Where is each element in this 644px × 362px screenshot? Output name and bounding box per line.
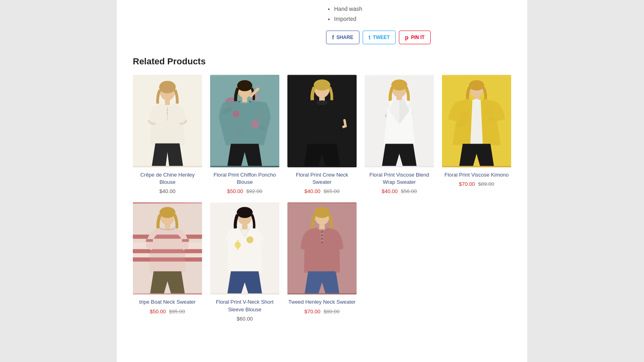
product-name-tweed-henley: Tweed Henley Neck Sweater xyxy=(289,298,356,306)
product-name-floral-crew-neck: Floral Print Crew Neck Sweater xyxy=(287,171,357,186)
svg-point-93 xyxy=(321,241,323,243)
svg-point-5 xyxy=(167,109,168,111)
svg-point-15 xyxy=(237,80,252,92)
product-image-floral-crew xyxy=(287,75,357,167)
svg-rect-78 xyxy=(242,224,248,229)
product-price-original-stripe: $95.00 xyxy=(169,309,185,315)
svg-point-2 xyxy=(159,81,175,93)
product-card-floral-vneck-short[interactable]: Floral Print V-Neck Short Sleeve Blouse … xyxy=(210,202,279,322)
product-name-stripe-boat-neck: tripe Boat Neck Sweater xyxy=(139,298,196,306)
svg-point-92 xyxy=(321,238,323,240)
svg-rect-88 xyxy=(319,224,325,229)
facebook-share-button[interactable]: f SHARE xyxy=(326,31,359,44)
product-price-original-floral-chiffon: $92.00 xyxy=(246,188,262,194)
svg-rect-69 xyxy=(182,239,189,242)
product-card-floral-viscose-kimono[interactable]: Floral Print Viscose Kimono $70.00 $89.0… xyxy=(442,75,511,194)
svg-point-56 xyxy=(469,80,484,91)
product-image-floral-kimono xyxy=(442,75,511,167)
product-price-sale-tweed-henley: $70.00 xyxy=(304,309,320,315)
svg-point-80 xyxy=(237,244,239,246)
related-products-section: Related Products xyxy=(133,56,511,321)
product-image-svg-2 xyxy=(210,75,279,167)
product-price-sale-floral-chiffon: $50.00 xyxy=(227,188,243,194)
empty-slot-2 xyxy=(442,202,511,322)
product-image-svg-7 xyxy=(210,202,279,294)
detail-hand-wash: Hand wash xyxy=(334,4,511,14)
twitter-share-button[interactable]: t TWEET xyxy=(363,31,396,44)
product-price-sale-floral-kimono: $70.00 xyxy=(459,181,475,187)
product-image-floral-wrap xyxy=(365,75,434,167)
product-details-list: Hand wash Imported xyxy=(326,4,511,24)
share-buttons-container: f SHARE t TWEET p PIN IT xyxy=(326,31,511,44)
product-price-sale-floral-wrap: $40.00 xyxy=(382,188,398,194)
product-card-floral-viscose-wrap[interactable]: Floral Print Viscose Blend Wrap Sweater … xyxy=(365,75,434,194)
product-pricing-crepe-henley: $40.00 xyxy=(159,188,175,194)
top-section: Hand wash Imported f SHARE t TWEET p PIN… xyxy=(133,0,511,52)
product-image-svg-5 xyxy=(442,75,511,167)
product-price-crepe-henley: $40.00 xyxy=(159,188,175,194)
twitter-share-label: TWEET xyxy=(373,35,390,40)
svg-point-84 xyxy=(237,246,239,250)
product-card-crepe-henley[interactable]: Crêpe de Chine Henley Blouse $40.00 xyxy=(133,75,202,194)
twitter-icon: t xyxy=(369,34,371,41)
pinterest-share-button[interactable]: p PIN IT xyxy=(399,31,431,44)
svg-point-87 xyxy=(314,207,330,218)
svg-point-18 xyxy=(251,120,259,129)
product-image-floral-chiffon xyxy=(210,75,279,167)
product-image-svg-8 xyxy=(287,202,357,294)
product-price-floral-vneck: $60.00 xyxy=(237,316,253,322)
detail-imported: Imported xyxy=(334,14,511,24)
svg-point-32 xyxy=(314,80,330,91)
product-card-floral-chiffon-poncho[interactable]: Floral Print Chiffon Poncho Blouse $50.0… xyxy=(210,75,279,194)
product-price-original-floral-wrap: $56.00 xyxy=(401,188,417,194)
svg-point-90 xyxy=(321,231,323,233)
product-price-original-tweed-henley: $80.00 xyxy=(324,309,340,315)
product-name-crepe-henley: Crêpe de Chine Henley Blouse xyxy=(133,171,202,186)
svg-point-6 xyxy=(167,113,168,114)
empty-slot-1 xyxy=(365,202,434,322)
product-pricing-stripe: $50.00 $95.00 xyxy=(150,309,185,315)
svg-rect-16 xyxy=(242,98,247,103)
product-image-crepe-henley xyxy=(133,75,202,167)
product-image-svg-3 xyxy=(287,75,357,167)
svg-rect-68 xyxy=(146,245,152,247)
product-price-sale-floral-crew: $40.00 xyxy=(304,188,320,194)
svg-point-65 xyxy=(159,207,175,218)
product-name-floral-viscose-wrap: Floral Print Viscose Blend Wrap Sweater xyxy=(365,171,434,186)
page-container: Hand wash Imported f SHARE t TWEET p PIN… xyxy=(117,0,527,362)
product-pricing-floral-wrap: $40.00 $56.00 xyxy=(382,188,417,194)
product-image-svg-6 xyxy=(133,202,202,294)
product-price-original-floral-crew: $65.00 xyxy=(324,188,340,194)
product-image-svg xyxy=(133,75,202,167)
products-row-1: Crêpe de Chine Henley Blouse $40.00 xyxy=(133,75,511,194)
product-price-sale-stripe: $50.00 xyxy=(150,309,166,315)
product-pricing-floral-crew: $40.00 $65.00 xyxy=(304,188,340,194)
product-name-floral-chiffon-poncho: Floral Print Chiffon Poncho Blouse xyxy=(210,171,279,186)
product-pricing-floral-chiffon: $50.00 $92.00 xyxy=(227,188,262,194)
product-card-floral-crew-neck[interactable]: Floral Print Crew Neck Sweater $40.00 $6… xyxy=(287,75,357,194)
related-products-title: Related Products xyxy=(133,56,511,67)
svg-rect-3 xyxy=(165,100,170,105)
products-row-2: tripe Boat Neck Sweater $50.00 $95.00 xyxy=(133,202,511,322)
product-image-floral-vneck xyxy=(210,202,279,294)
svg-point-17 xyxy=(233,111,239,117)
product-pricing-floral-vneck: $60.00 xyxy=(237,316,253,322)
product-card-tweed-henley[interactable]: Tweed Henley Neck Sweater $70.00 $80.00 xyxy=(287,202,357,322)
product-name-floral-vneck-short: Floral Print V-Neck Short Sleeve Blouse xyxy=(210,298,279,313)
product-image-stripe xyxy=(133,202,202,294)
svg-point-83 xyxy=(237,240,239,244)
pinterest-icon: p xyxy=(405,34,409,41)
svg-point-82 xyxy=(249,239,251,241)
product-pricing-floral-kimono: $70.00 $89.00 xyxy=(459,181,494,187)
product-image-svg-4 xyxy=(365,75,434,167)
facebook-icon: f xyxy=(332,34,334,41)
facebook-share-label: SHARE xyxy=(336,35,353,40)
svg-point-45 xyxy=(391,80,407,91)
product-card-stripe-boat-neck[interactable]: tripe Boat Neck Sweater $50.00 $95.00 xyxy=(133,202,202,322)
product-pricing-tweed-henley: $70.00 $80.00 xyxy=(304,309,340,315)
svg-rect-67 xyxy=(146,239,153,242)
product-name-floral-viscose-kimono: Floral Print Viscose Kimono xyxy=(444,171,508,179)
svg-rect-66 xyxy=(165,224,170,229)
svg-point-91 xyxy=(321,234,323,236)
product-image-tweed-henley xyxy=(287,202,357,294)
